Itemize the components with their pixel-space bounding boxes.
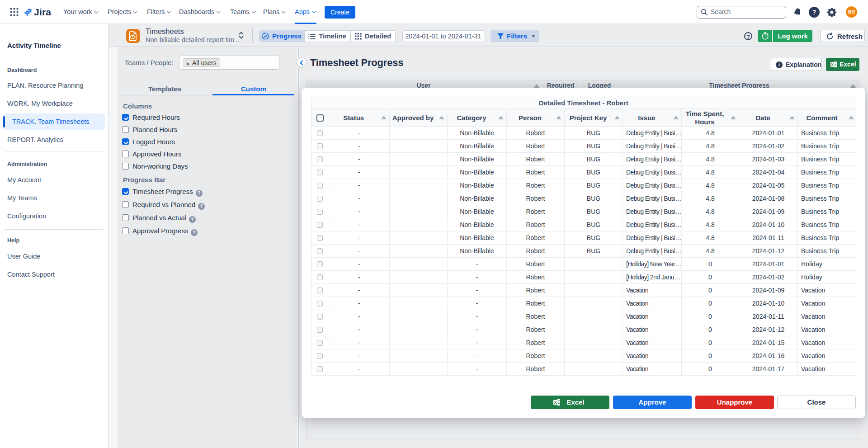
svg-text:X: X xyxy=(831,62,834,67)
svg-text:X: X xyxy=(554,400,557,405)
